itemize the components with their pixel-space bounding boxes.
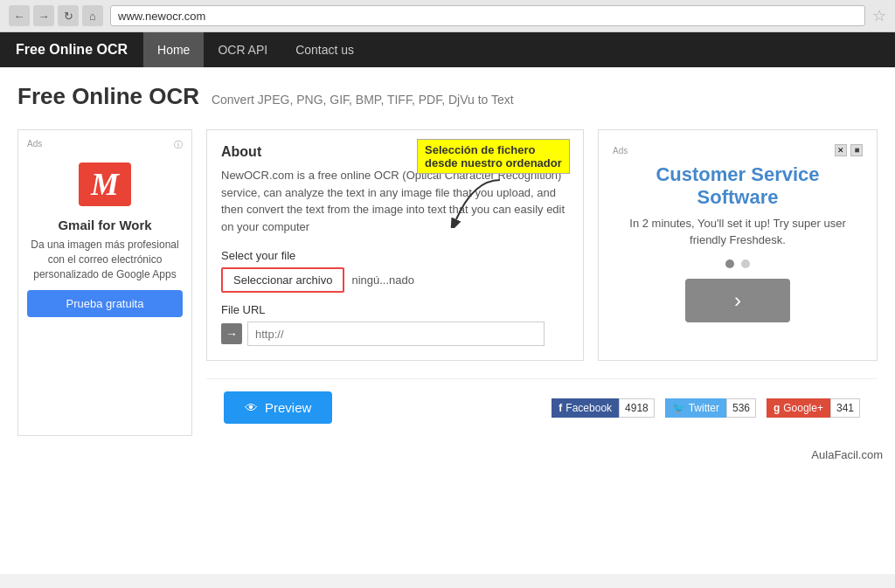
main-area: Ads ⓘ Gmail for Work Da una imagen más p… <box>0 121 895 445</box>
tooltip-box: Selección de fichero desde nuestro orden… <box>417 139 570 174</box>
page-content: Free Online OCR Convert JPEG, PNG, GIF, … <box>0 67 895 574</box>
ad-description: Da una imagen más profesional con el cor… <box>27 238 183 281</box>
twitter-count: 536 <box>726 398 756 418</box>
browser-chrome: ← → ↻ ⌂ ☆ <box>0 0 895 32</box>
ad-title: Gmail for Work <box>27 218 183 232</box>
googleplus-share-button[interactable]: g Google+ 341 <box>767 398 860 418</box>
main-content-box: Selección de fichero desde nuestro orden… <box>206 129 584 361</box>
carousel-dots <box>613 259 863 268</box>
nav-buttons: ← → ↻ ⌂ <box>9 5 103 26</box>
ad-close-buttons: ✕ ◾ <box>835 144 863 156</box>
facebook-label: Facebook <box>565 402 612 414</box>
url-arrow-icon: → <box>221 323 242 344</box>
left-advertisement: Ads ⓘ Gmail for Work Da una imagen más p… <box>17 129 192 436</box>
nav-menu: Home OCR API Contact us <box>143 32 368 67</box>
preview-label: Preview <box>265 400 311 415</box>
tooltip-line2: desde nuestro ordenador <box>425 156 562 169</box>
url-input-field[interactable] <box>247 322 545 346</box>
file-input-row: Seleccionar archivo ningú...nado <box>221 267 569 293</box>
page-title: Free Online OCR <box>17 83 199 109</box>
ad-badge: Ads ⓘ <box>27 139 183 151</box>
carousel-dot-1[interactable] <box>725 259 734 268</box>
home-button[interactable]: ⌂ <box>82 5 103 26</box>
twitter-label: Twitter <box>689 402 719 414</box>
carousel-next-button[interactable]: › <box>685 279 790 322</box>
forward-button[interactable]: → <box>33 5 54 26</box>
select-file-area: Select your file Seleccionar archivo nin… <box>221 249 569 346</box>
bookmark-icon[interactable]: ☆ <box>872 6 886 25</box>
select-file-button[interactable]: Seleccionar archivo <box>221 267 344 293</box>
googleplus-icon-label: g Google+ <box>767 398 830 418</box>
page-subtitle: Convert JPEG, PNG, GIF, BMP, TIFF, PDF, … <box>212 93 514 107</box>
nav-item-ocr-api[interactable]: OCR API <box>204 32 281 67</box>
social-share-buttons: f Facebook 4918 🐦 Twitter 536 <box>552 398 860 418</box>
facebook-share-button[interactable]: f Facebook 4918 <box>552 398 654 418</box>
reload-button[interactable]: ↻ <box>58 5 79 26</box>
gmail-m-logo <box>79 163 131 206</box>
facebook-f-icon: f <box>559 402 562 414</box>
right-ad-subtitle: In 2 minutes, You'll set it up! Try supe… <box>613 215 863 249</box>
top-navigation: Free Online OCR Home OCR API Contact us <box>0 32 895 67</box>
ad-close-expand-icon[interactable]: ◾ <box>850 144 863 156</box>
facebook-icon-label: f Facebook <box>552 398 619 418</box>
bottom-action-bar: 👁 Preview f Facebook 4918 <box>206 378 878 436</box>
ad-label: Ads <box>27 139 42 151</box>
googleplus-label: Google+ <box>783 402 823 414</box>
right-ad-title: Customer Service Software <box>613 163 863 210</box>
tooltip-line1: Selección de fichero <box>425 143 562 156</box>
preview-button[interactable]: 👁 Preview <box>224 391 332 424</box>
ad-cta-button[interactable]: Prueba gratuita <box>27 290 183 317</box>
file-url-label: File URL <box>221 303 569 316</box>
file-url-row: → <box>221 322 569 346</box>
file-name-display: ningú...nado <box>351 273 414 287</box>
back-button[interactable]: ← <box>9 5 30 26</box>
twitter-share-button[interactable]: 🐦 Twitter 536 <box>665 398 756 418</box>
footer-text: AulaFacil.com <box>811 448 883 461</box>
main-content-row: Selección de fichero desde nuestro orden… <box>206 129 878 361</box>
googleplus-icon: g <box>774 402 780 414</box>
ad-info-icon[interactable]: ⓘ <box>174 139 183 151</box>
nav-item-home[interactable]: Home <box>143 32 204 67</box>
googleplus-count: 341 <box>830 398 860 418</box>
facebook-count: 4918 <box>619 398 655 418</box>
carousel-dot-2[interactable] <box>741 259 750 268</box>
select-file-label: Select your file <box>221 249 569 262</box>
page-header: Free Online OCR Convert JPEG, PNG, GIF, … <box>0 67 895 121</box>
twitter-bird-icon: 🐦 <box>672 402 685 414</box>
right-ad-label: Ads <box>613 146 628 156</box>
ad-close-x-icon[interactable]: ✕ <box>835 144 847 156</box>
page-footer: AulaFacil.com <box>0 445 895 465</box>
right-ad-top: Ads ✕ ◾ <box>613 144 863 156</box>
arrow-annotation <box>439 176 526 228</box>
gmail-icon <box>74 158 135 211</box>
twitter-icon-label: 🐦 Twitter <box>665 398 726 418</box>
preview-eye-icon: 👁 <box>245 400 258 415</box>
right-advertisement: Ads ✕ ◾ Customer Service Software In 2 m… <box>598 129 878 361</box>
nav-item-contact[interactable]: Contact us <box>281 32 368 67</box>
address-bar[interactable] <box>110 5 865 26</box>
brand-logo: Free Online OCR <box>0 32 143 67</box>
